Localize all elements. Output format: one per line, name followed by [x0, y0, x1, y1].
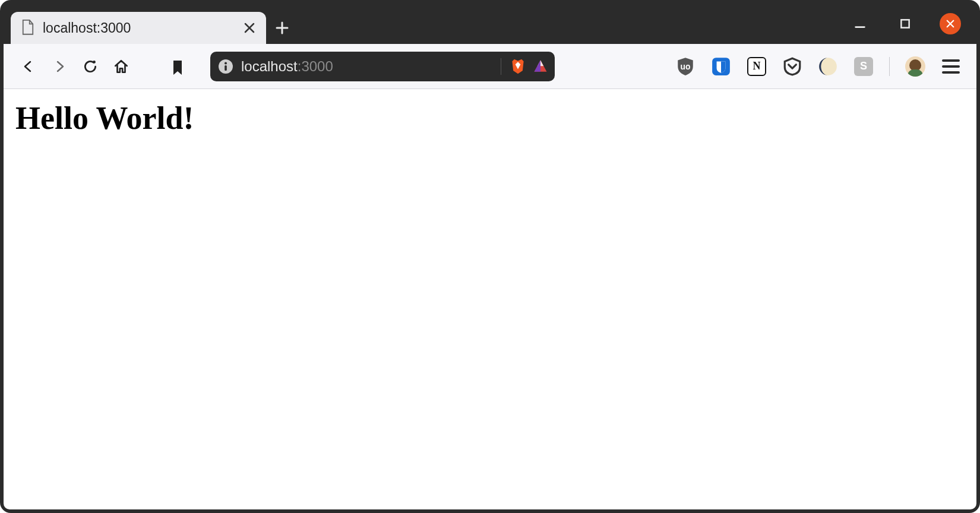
extension-s[interactable]: S: [853, 56, 874, 77]
navigation-toolbar: localhost:3000: [4, 44, 976, 89]
svg-rect-0: [901, 20, 909, 27]
extension-notion[interactable]: N: [747, 56, 767, 77]
address-bar[interactable]: localhost:3000: [210, 52, 555, 81]
svg-point-3: [225, 62, 227, 64]
letter-s-icon: S: [854, 57, 873, 76]
page-file-icon: [21, 20, 34, 36]
url-divider: [501, 58, 501, 75]
site-info-button[interactable]: [219, 59, 233, 74]
url-suffix: :3000: [298, 58, 333, 75]
window-controls: [849, 4, 961, 44]
new-tab-button[interactable]: [266, 12, 298, 44]
profile-avatar-button[interactable]: [905, 56, 925, 77]
info-icon: [219, 59, 233, 74]
browser-inner: localhost:3000: [4, 4, 976, 509]
letter-n-icon: N: [747, 57, 766, 76]
plus-icon: [275, 21, 289, 35]
pocket-icon: [782, 56, 802, 77]
home-icon: [113, 59, 129, 74]
tab-title: localhost:3000: [43, 20, 235, 36]
window-minimize-button[interactable]: [849, 13, 871, 34]
forward-button[interactable]: [46, 53, 72, 80]
svg-rect-4: [225, 65, 227, 71]
shield-icon: uo: [675, 56, 696, 77]
maximize-icon: [899, 18, 911, 30]
bookmark-button[interactable]: [167, 56, 188, 77]
tab-close-button[interactable]: [244, 22, 255, 34]
browser-tab-active[interactable]: localhost:3000: [11, 12, 266, 44]
app-menu-button[interactable]: [941, 58, 961, 75]
close-icon: [244, 22, 255, 34]
toolbar-divider: [889, 57, 890, 76]
hamburger-icon: [942, 59, 960, 62]
close-icon: [945, 18, 956, 29]
reload-button[interactable]: [77, 53, 103, 80]
shield-u-icon: [711, 56, 731, 77]
brave-rewards-button[interactable]: [532, 58, 549, 75]
svg-point-1: [93, 61, 96, 64]
window-close-button[interactable]: [940, 13, 961, 34]
toolbar-right: uo N: [559, 56, 961, 77]
url-right-icons: [510, 58, 549, 75]
triangle-icon: [532, 58, 549, 75]
extension-ublock[interactable]: uo: [675, 56, 696, 77]
url-text: localhost:3000: [241, 58, 492, 75]
page-content: Hello World!: [4, 89, 976, 509]
home-button[interactable]: [108, 53, 134, 80]
extension-pocket[interactable]: [782, 56, 802, 77]
tab-strip: localhost:3000: [4, 4, 976, 44]
window-maximize-button[interactable]: [894, 13, 916, 34]
brave-shields-button[interactable]: [510, 58, 526, 75]
forward-icon: [52, 59, 67, 74]
svg-text:uo: uo: [681, 62, 691, 71]
back-button[interactable]: [15, 53, 42, 80]
minimize-icon: [853, 17, 867, 30]
extension-moon[interactable]: [818, 56, 838, 77]
bookmark-icon: [170, 58, 185, 75]
back-icon: [21, 59, 36, 74]
page-heading: Hello World!: [15, 100, 965, 137]
brave-lion-icon: [510, 58, 526, 75]
url-host: localhost: [241, 58, 298, 75]
browser-window: localhost:3000: [0, 0, 980, 513]
extension-bitwarden[interactable]: [711, 56, 731, 77]
moon-icon: [818, 56, 838, 77]
reload-icon: [83, 59, 98, 74]
